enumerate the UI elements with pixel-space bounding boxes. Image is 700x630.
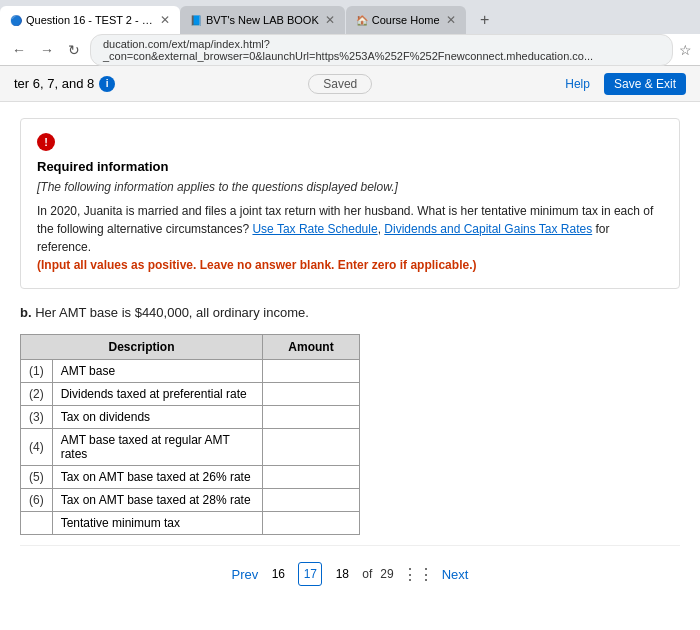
tab-question16-title: Question 16 - TEST 2 - Chapte [26, 14, 154, 26]
row-desc-5: Tax on AMT base taxed at 28% rate [52, 489, 262, 512]
dividends-link[interactable]: Dividends and Capital Gains Tax Rates [384, 222, 592, 236]
tab-coursehome[interactable]: 🏠 Course Home ✕ [346, 6, 466, 34]
tab-question16[interactable]: 🔵 Question 16 - TEST 2 - Chapte ✕ [0, 6, 180, 34]
amount-input-5[interactable] [271, 493, 351, 507]
alert-box: ! Required information [The following in… [20, 118, 680, 289]
tab-labbook[interactable]: 📘 BVT's New LAB BOOK ✕ [180, 6, 345, 34]
amount-input-1[interactable] [271, 387, 351, 401]
row-num-1: (2) [21, 383, 53, 406]
page-of-label: of [362, 567, 372, 581]
question-body: Her AMT base is $440,000, all ordinary i… [35, 305, 309, 320]
row-desc-3: AMT base taxed at regular AMT rates [52, 429, 262, 466]
tab-question16-close[interactable]: ✕ [160, 13, 170, 27]
address-bar-row: ← → ↻ ducation.com/ext/map/index.html?_c… [0, 34, 700, 66]
row-desc-1: Dividends taxed at preferential rate [52, 383, 262, 406]
bold-note: (Input all values as positive. Leave no … [37, 258, 476, 272]
tab-labbook-close[interactable]: ✕ [325, 13, 335, 27]
row-num-4: (5) [21, 466, 53, 489]
prev-button[interactable]: Prev [232, 567, 259, 582]
saved-badge: Saved [308, 74, 372, 94]
row-amount-2[interactable] [263, 406, 360, 429]
info-icon: i [99, 76, 115, 92]
table-row: Tentative minimum tax [21, 512, 360, 535]
amount-input-0[interactable] [271, 364, 351, 378]
italic-note: [The following information applies to th… [37, 180, 663, 194]
breadcrumb: ter 6, 7, and 8 [14, 76, 94, 91]
row-amount-3[interactable] [263, 429, 360, 466]
amount-input-3[interactable] [271, 440, 351, 454]
row-num-0: (1) [21, 360, 53, 383]
alert-icon: ! [37, 133, 55, 151]
table-row: (4) AMT base taxed at regular AMT rates [21, 429, 360, 466]
required-info-title: Required information [37, 159, 663, 174]
row-amount-6[interactable] [263, 512, 360, 535]
row-amount-5[interactable] [263, 489, 360, 512]
page-total: 29 [380, 567, 393, 581]
new-tab-button[interactable]: + [471, 6, 499, 34]
content-area: ! Required information [The following in… [0, 102, 700, 618]
next-button[interactable]: Next [442, 567, 469, 582]
reload-button[interactable]: ↻ [64, 40, 84, 60]
help-link[interactable]: Help [565, 77, 590, 91]
row-desc-2: Tax on dividends [52, 406, 262, 429]
row-amount-4[interactable] [263, 466, 360, 489]
top-actions: Help Save & Exit [565, 73, 686, 95]
bookmark-icon[interactable]: ☆ [679, 42, 692, 58]
tab-bar: 🔵 Question 16 - TEST 2 - Chapte ✕ 📘 BVT'… [0, 0, 700, 34]
page: ter 6, 7, and 8 i Saved Help Save & Exit… [0, 66, 700, 630]
row-num-5: (6) [21, 489, 53, 512]
row-amount-1[interactable] [263, 383, 360, 406]
browser-chrome: 🔵 Question 16 - TEST 2 - Chapte ✕ 📘 BVT'… [0, 0, 700, 66]
save-exit-button[interactable]: Save & Exit [604, 73, 686, 95]
amount-input-4[interactable] [271, 470, 351, 484]
question-label: b. [20, 305, 32, 320]
pagination: Prev 16 17 18 of 29 ⋮⋮ Next [20, 545, 680, 602]
page-18[interactable]: 18 [330, 562, 354, 586]
grid-icon: ⋮⋮ [402, 565, 434, 584]
address-bar[interactable]: ducation.com/ext/map/index.html?_con=con… [90, 34, 673, 66]
top-bar: ter 6, 7, and 8 i Saved Help Save & Exit [0, 66, 700, 102]
row-amount-0[interactable] [263, 360, 360, 383]
row-desc-0: AMT base [52, 360, 262, 383]
tab-coursehome-close[interactable]: ✕ [446, 13, 456, 27]
row-num-6 [21, 512, 53, 535]
amount-input-2[interactable] [271, 410, 351, 424]
table-row: (5) Tax on AMT base taxed at 26% rate [21, 466, 360, 489]
tax-rate-schedule-link[interactable]: Use Tax Rate Schedule [252, 222, 377, 236]
col-description: Description [21, 335, 263, 360]
info-text: In 2020, Juanita is married and files a … [37, 202, 663, 274]
row-desc-6: Tentative minimum tax [52, 512, 262, 535]
page-16[interactable]: 16 [266, 562, 290, 586]
row-desc-4: Tax on AMT base taxed at 26% rate [52, 466, 262, 489]
page-17[interactable]: 17 [298, 562, 322, 586]
forward-button[interactable]: → [36, 40, 58, 60]
question-text: b. Her AMT base is $440,000, all ordinar… [20, 305, 680, 320]
back-button[interactable]: ← [8, 40, 30, 60]
tab-labbook-title: BVT's New LAB BOOK [206, 14, 319, 26]
table-row: (1) AMT base [21, 360, 360, 383]
col-amount: Amount [263, 335, 360, 360]
amt-table: Description Amount (1) AMT base (2) Divi… [20, 334, 360, 535]
table-row: (2) Dividends taxed at preferential rate [21, 383, 360, 406]
row-num-3: (4) [21, 429, 53, 466]
tab-coursehome-title: Course Home [372, 14, 440, 26]
amount-input-6[interactable] [271, 516, 351, 530]
table-row: (3) Tax on dividends [21, 406, 360, 429]
row-num-2: (3) [21, 406, 53, 429]
table-row: (6) Tax on AMT base taxed at 28% rate [21, 489, 360, 512]
